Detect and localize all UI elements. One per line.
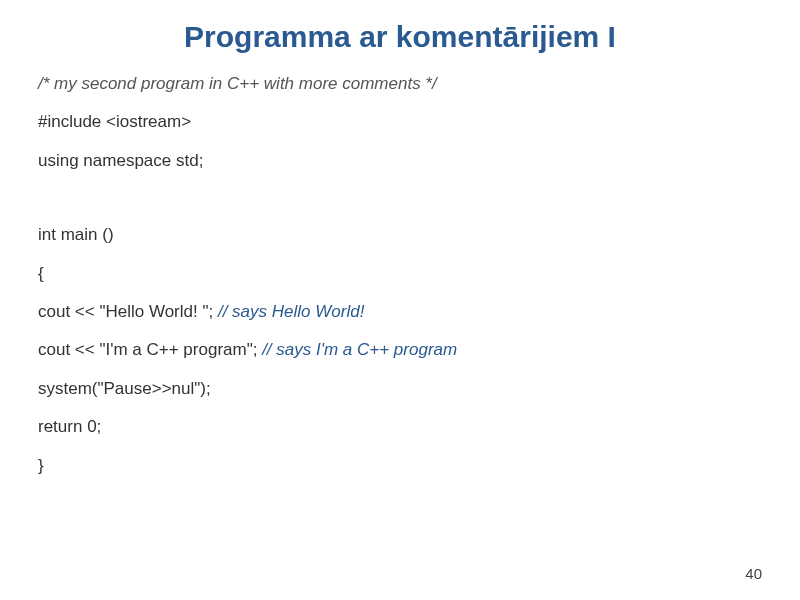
code-cout-2: cout << "I'm a C++ program"; // says I'm… [38,340,762,360]
page-number: 40 [745,565,762,582]
code-comment-block: /* my second program in C++ with more co… [38,74,762,94]
code-block: /* my second program in C++ with more co… [38,74,762,476]
code-open-brace: { [38,264,762,284]
code-cout-2-text: cout << "I'm a C++ program"; [38,340,262,359]
code-using: using namespace std; [38,151,762,171]
code-cout-1: cout << "Hello World! "; // says Hello W… [38,302,762,322]
slide-title: Programma ar komentārijiem I [38,20,762,54]
code-main-decl: int main () [38,225,762,245]
code-blank [38,189,762,207]
code-system: system("Pause>>nul"); [38,379,762,399]
code-close-brace: } [38,456,762,476]
code-cout-1-comment: // says Hello World! [218,302,364,321]
code-cout-2-comment: // says I'm a C++ program [262,340,457,359]
code-return: return 0; [38,417,762,437]
code-include: #include <iostream> [38,112,762,132]
code-cout-1-text: cout << "Hello World! "; [38,302,218,321]
